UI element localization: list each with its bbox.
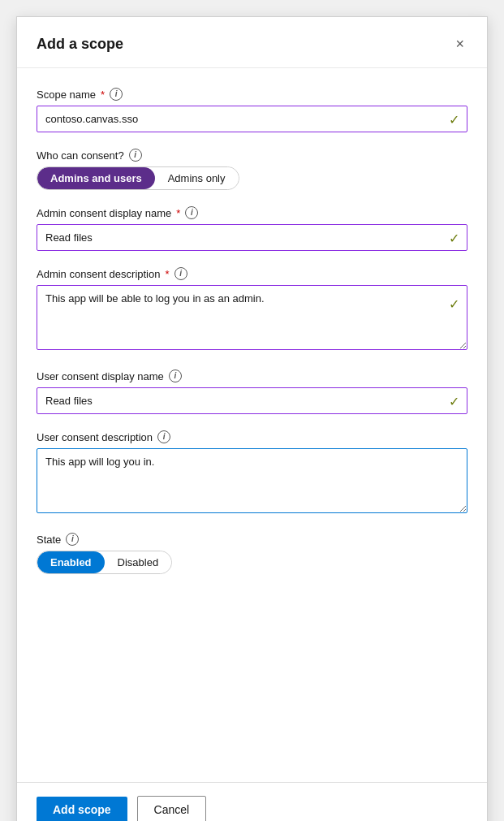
scope-name-check-icon: ✓ [449, 111, 459, 127]
user-consent-description-label: User consent description i [37, 430, 467, 443]
state-enabled-option[interactable]: Enabled [37, 551, 105, 573]
state-info-icon[interactable]: i [66, 533, 79, 546]
admin-consent-name-info-icon[interactable]: i [185, 206, 198, 219]
admin-consent-description-group: Admin consent description * i This app w… [37, 267, 467, 353]
state-group: State i Enabled Disabled [37, 533, 467, 574]
scope-name-info-icon[interactable]: i [110, 88, 123, 101]
scope-name-label: Scope name * i [37, 88, 467, 101]
dialog-body: Scope name * i ✓ Who can consent? i Admi… [17, 68, 487, 782]
user-consent-display-name-label: User consent display name i [37, 369, 467, 382]
required-star-2: * [176, 207, 180, 219]
scope-name-group: Scope name * i ✓ [37, 88, 467, 132]
dialog-header: Add a scope × [17, 17, 487, 68]
admin-consent-description-label: Admin consent description * i [37, 267, 467, 280]
admin-consent-display-name-label: Admin consent display name * i [37, 206, 467, 219]
admin-consent-description-wrapper: This app will be able to log you in as a… [37, 285, 467, 353]
add-scope-button[interactable]: Add scope [37, 797, 127, 821]
admin-consent-display-name-group: Admin consent display name * i ✓ [37, 206, 467, 251]
add-scope-dialog: Add a scope × Scope name * i ✓ Who can c… [16, 16, 488, 821]
consent-admins-only-option[interactable]: Admins only [155, 167, 239, 189]
user-consent-description-textarea[interactable]: This app will log you in. [37, 448, 467, 513]
consent-admins-users-option[interactable]: Admins and users [37, 167, 155, 189]
dialog-title: Add a scope [37, 36, 123, 53]
user-consent-display-name-input[interactable] [37, 387, 467, 414]
state-label: State i [37, 533, 467, 546]
user-consent-description-group: User consent description i This app will… [37, 430, 467, 516]
scope-name-input[interactable] [37, 106, 467, 132]
close-button[interactable]: × [452, 33, 467, 54]
who-can-consent-label: Who can consent? i [37, 149, 467, 162]
admin-consent-display-name-wrapper: ✓ [37, 224, 467, 251]
user-consent-description-wrapper: This app will log you in. [37, 448, 467, 516]
admin-consent-description-textarea[interactable]: This app will be able to log you in as a… [37, 285, 467, 350]
user-consent-display-name-wrapper: ✓ [37, 387, 467, 414]
user-consent-display-name-group: User consent display name i ✓ [37, 369, 467, 414]
user-consent-desc-info-icon[interactable]: i [157, 430, 170, 443]
admin-consent-desc-info-icon[interactable]: i [174, 267, 187, 280]
admin-consent-name-check-icon: ✓ [449, 230, 459, 245]
required-star: * [101, 89, 105, 101]
dialog-footer: Add scope Cancel [17, 782, 487, 821]
admin-consent-display-name-input[interactable] [37, 224, 467, 251]
who-can-consent-info-icon[interactable]: i [129, 149, 142, 162]
user-consent-name-info-icon[interactable]: i [169, 369, 182, 382]
state-toggle: Enabled Disabled [37, 551, 172, 574]
state-disabled-option[interactable]: Disabled [105, 551, 172, 573]
required-star-3: * [165, 268, 169, 280]
who-can-consent-toggle: Admins and users Admins only [37, 166, 239, 190]
admin-consent-desc-check-icon: ✓ [449, 296, 459, 312]
cancel-button[interactable]: Cancel [137, 796, 207, 821]
user-consent-name-check-icon: ✓ [449, 393, 459, 408]
scope-name-input-wrapper: ✓ [37, 106, 467, 132]
who-can-consent-group: Who can consent? i Admins and users Admi… [37, 149, 467, 190]
